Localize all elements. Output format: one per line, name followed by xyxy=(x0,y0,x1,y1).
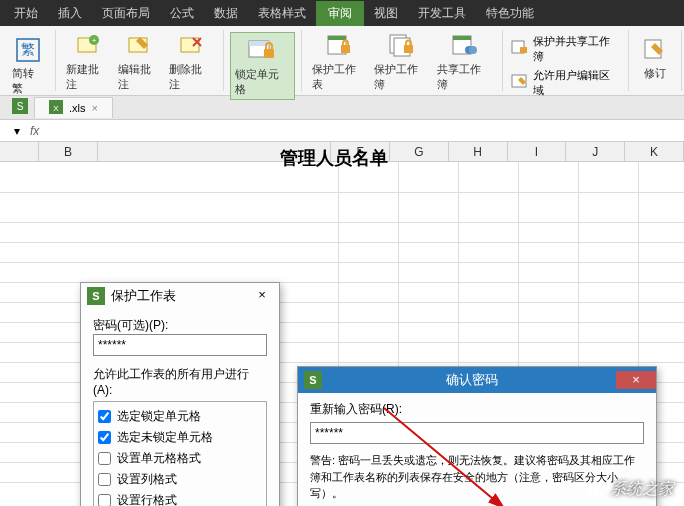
col-K[interactable]: K xyxy=(625,142,684,161)
xls-icon: X xyxy=(49,100,63,116)
permissions-list[interactable]: 选定锁定单元格选定未锁定单元格设置单元格格式设置列格式设置行格式插入列插入行插入… xyxy=(93,401,267,506)
permission-checkbox[interactable] xyxy=(98,452,111,465)
name-box-dropdown[interactable]: ▾ xyxy=(14,124,20,138)
revise-icon xyxy=(639,34,671,66)
permission-option[interactable]: 设置列格式 xyxy=(98,469,262,490)
btn-delete-comment[interactable]: 删除批注 xyxy=(165,28,217,94)
col-B[interactable]: B xyxy=(39,142,98,161)
wps-dialog-icon: S xyxy=(87,287,105,305)
menu-formula[interactable]: 公式 xyxy=(160,5,204,22)
col-J[interactable]: J xyxy=(566,142,625,161)
dialog-title: 确认密码 xyxy=(328,371,616,389)
protect-book-icon xyxy=(386,30,418,62)
permission-option[interactable]: 选定锁定单元格 xyxy=(98,406,262,427)
permission-label: 设置列格式 xyxy=(117,471,177,488)
svg-rect-12 xyxy=(341,45,350,53)
btn-edit-comment[interactable]: 编辑批注 xyxy=(114,28,166,94)
permission-option[interactable]: 设置行格式 xyxy=(98,490,262,506)
col-H[interactable]: H xyxy=(449,142,508,161)
btn-protect-sheet[interactable]: 保护工作表 xyxy=(308,28,371,94)
watermark: 系统之家 xyxy=(582,478,674,500)
svg-rect-15 xyxy=(404,45,413,53)
menu-start[interactable]: 开始 xyxy=(4,5,48,22)
delete-comment-icon xyxy=(175,30,207,62)
permission-checkbox[interactable] xyxy=(98,431,111,444)
btn-protect-book[interactable]: 保护工作簿 xyxy=(370,28,433,94)
file-tab-label: .xls xyxy=(69,102,86,114)
wps-dialog-icon: S xyxy=(304,371,322,389)
close-tab-icon[interactable]: × xyxy=(92,102,98,114)
translate-icon: 繁 xyxy=(12,34,44,66)
sheet-title-cell: 管理人员名单 xyxy=(280,146,388,170)
menu-layout[interactable]: 页面布局 xyxy=(92,5,160,22)
permission-option[interactable]: 选定未锁定单元格 xyxy=(98,427,262,448)
menu-insert[interactable]: 插入 xyxy=(48,5,92,22)
lock-cell-icon xyxy=(246,35,278,67)
share-book-icon xyxy=(448,30,480,62)
reenter-label: 重新输入密码(R): xyxy=(310,401,644,418)
edit-comment-icon xyxy=(123,30,155,62)
svg-text:X: X xyxy=(53,104,59,113)
menu-special[interactable]: 特色功能 xyxy=(476,5,544,22)
wps-logo-icon: S xyxy=(12,98,28,118)
menu-review[interactable]: 审阅 xyxy=(316,1,364,26)
permission-checkbox[interactable] xyxy=(98,410,111,423)
fx-icon[interactable]: fx xyxy=(30,124,39,138)
close-icon[interactable]: × xyxy=(616,371,656,389)
permission-label: 选定锁定单元格 xyxy=(117,408,201,425)
permission-option[interactable]: 设置单元格格式 xyxy=(98,448,262,469)
svg-rect-21 xyxy=(520,47,527,53)
svg-rect-11 xyxy=(328,36,346,40)
col-G[interactable]: G xyxy=(390,142,449,161)
spreadsheet[interactable]: B F G H I J K 管理人员名单 S xyxy=(0,142,684,504)
permission-label: 设置单元格格式 xyxy=(117,450,201,467)
close-icon[interactable]: × xyxy=(251,287,273,305)
svg-text:S: S xyxy=(17,101,24,112)
btn-lock-cell[interactable]: 锁定单元格 xyxy=(230,32,295,100)
new-comment-icon: + xyxy=(72,30,104,62)
svg-rect-9 xyxy=(264,49,274,58)
svg-point-19 xyxy=(469,46,477,54)
col-I[interactable]: I xyxy=(508,142,567,161)
protect-share-icon xyxy=(511,40,529,58)
btn-revise[interactable]: 修订 xyxy=(635,32,675,83)
permission-checkbox[interactable] xyxy=(98,473,111,486)
btn-share-book[interactable]: 共享工作簿 xyxy=(433,28,496,94)
svg-text:+: + xyxy=(91,36,96,45)
file-tab[interactable]: X .xls × xyxy=(34,97,113,118)
formula-bar: ▾ fx xyxy=(0,120,684,142)
allow-label: 允许此工作表的所有用户进行(A): xyxy=(93,366,267,397)
svg-text:繁: 繁 xyxy=(21,41,35,57)
permission-label: 选定未锁定单元格 xyxy=(117,429,213,446)
btn-new-comment[interactable]: + 新建批注 xyxy=(62,28,114,94)
protect-sheet-dialog: S 保护工作表 × 密码(可选)(P): 允许此工作表的所有用户进行(A): 选… xyxy=(80,282,280,506)
menu-data[interactable]: 数据 xyxy=(204,5,248,22)
password-label: 密码(可选)(P): xyxy=(93,317,267,334)
btn-simplify[interactable]: 繁 简转繁 xyxy=(8,32,49,98)
password-input[interactable] xyxy=(93,334,267,356)
permission-checkbox[interactable] xyxy=(98,494,111,506)
menu-view[interactable]: 视图 xyxy=(364,5,408,22)
permission-label: 设置行格式 xyxy=(117,492,177,506)
menu-bar: 开始 插入 页面布局 公式 数据 表格样式 审阅 视图 开发工具 特色功能 xyxy=(0,0,684,26)
btn-protect-share[interactable]: 保护并共享工作簿 xyxy=(509,32,622,66)
menu-dev[interactable]: 开发工具 xyxy=(408,5,476,22)
menu-table-style[interactable]: 表格样式 xyxy=(248,5,316,22)
dialog-title: 保护工作表 xyxy=(111,287,176,305)
svg-rect-17 xyxy=(453,36,471,40)
allow-edit-icon xyxy=(511,74,529,92)
protect-sheet-icon xyxy=(323,30,355,62)
confirm-password-input[interactable] xyxy=(310,422,644,444)
ribbon: 繁 简转繁 + 新建批注 编辑批注 删除批注 锁定单元格 保护工作表 保护工作 xyxy=(0,26,684,96)
btn-allow-edit[interactable]: 允许用户编辑区域 xyxy=(509,66,622,100)
